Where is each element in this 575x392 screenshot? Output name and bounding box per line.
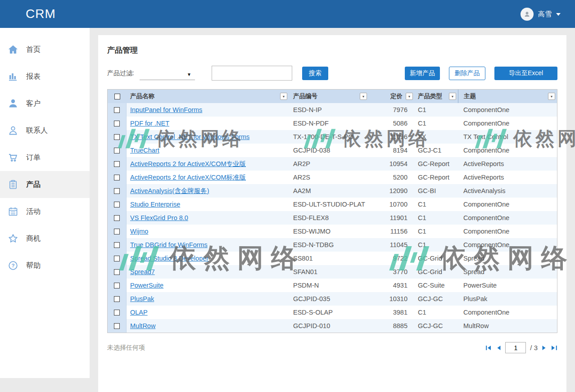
prev-page-button[interactable] (496, 345, 501, 351)
product-type-cell: GCJ-C1 (414, 144, 458, 157)
delete-product-button[interactable]: 删除产品 (449, 67, 485, 80)
product-price-cell: 3981 (369, 306, 414, 319)
product-type-cell: C1 (414, 198, 458, 211)
row-checkbox[interactable] (114, 323, 120, 329)
product-name-cell: Wijmo (127, 225, 289, 238)
table-row: PowerSuitePSDM-N4931GC-SuitePowerSuite (108, 279, 557, 292)
product-name-cell: PowerSuite (127, 279, 289, 292)
user-menu[interactable]: 高雪 (521, 8, 561, 21)
search-input[interactable] (212, 66, 292, 81)
row-checkbox[interactable] (114, 134, 120, 140)
cart-icon (8, 152, 18, 163)
search-button[interactable]: 搜索 (302, 67, 328, 80)
page-number-input[interactable] (505, 342, 526, 353)
customer-icon (8, 98, 18, 109)
product-name-cell: Spread Studio 8 Developer (127, 252, 289, 265)
product-link[interactable]: TX Text Control .NET for Windows Forms (130, 133, 249, 140)
toolbar-actions: 新增产品 删除产品 导出至Excel (405, 67, 557, 80)
first-page-button[interactable] (485, 345, 492, 351)
product-link[interactable]: InputPanel for WinForms (130, 106, 202, 113)
column-label: 定价 (390, 92, 403, 100)
product-price-cell: 10700 (369, 198, 414, 211)
row-checkbox[interactable] (114, 242, 120, 248)
product-type-cell: GC-BI (414, 184, 458, 198)
product-link[interactable]: MultRow (130, 322, 155, 329)
product-link[interactable]: VS FlexGrid Pro 8.0 (130, 214, 188, 221)
sidebar-item-label: 首页 (26, 45, 41, 54)
sidebar-item-reports[interactable]: 报表 (0, 63, 90, 90)
export-excel-button[interactable]: 导出至Excel (494, 67, 557, 80)
next-page-button[interactable] (542, 345, 547, 351)
product-theme-cell: ActiveReports (458, 171, 557, 184)
sidebar-item-help[interactable]: ?帮助 (0, 252, 90, 279)
sidebar-item-opportunities[interactable]: 商机 (0, 225, 90, 252)
row-checkbox[interactable] (114, 296, 120, 302)
product-name-cell: TrueChart (127, 144, 289, 157)
svg-text:?: ? (11, 263, 14, 268)
product-link[interactable]: PlusPak (130, 295, 154, 302)
table-body: InputPanel for WinFormsESD-N-IP7976C1Com… (108, 103, 557, 333)
product-code-cell: ESD-WIJMO (289, 225, 369, 238)
row-checkbox[interactable] (114, 148, 120, 153)
user-name: 高雪 (538, 10, 552, 18)
filter-dropdown-icon[interactable]: ▼ (449, 93, 456, 100)
product-link[interactable]: Spread Studio 8 Developer (130, 255, 208, 262)
table-row: Studio EnterpriseESD-ULT-STUDIO-PLAT1070… (108, 198, 557, 211)
table-footer: 未选择任何项 / 3 (107, 342, 557, 353)
row-checkbox[interactable] (114, 107, 120, 113)
select-all-checkbox[interactable] (114, 94, 120, 99)
row-checkbox[interactable] (114, 256, 120, 261)
product-price-cell: 4931 (369, 279, 414, 292)
sidebar-item-customers[interactable]: 客户 (0, 90, 90, 117)
column-label: 产品类型 (418, 92, 442, 100)
product-link[interactable]: PowerSuite (130, 282, 163, 289)
product-link[interactable]: ActiveReports 2 for ActiveX/COM专业版 (130, 160, 246, 168)
last-page-icon (551, 345, 557, 351)
row-checkbox-cell (108, 292, 127, 306)
row-checkbox[interactable] (114, 188, 120, 194)
sidebar-item-products[interactable]: 产品 (0, 171, 90, 198)
product-link[interactable]: OLAP (130, 309, 148, 316)
app-logo: CRM (26, 7, 56, 21)
sidebar-item-home[interactable]: 首页 (0, 36, 90, 63)
product-name-cell: VS FlexGrid Pro 8.0 (127, 211, 289, 225)
table-row: PlusPakGCJPID-03510310GCJ-GCPlusPak (108, 292, 557, 306)
filter-dropdown-icon[interactable]: ▼ (360, 93, 367, 100)
sidebar-item-label: 产品 (26, 180, 41, 189)
row-checkbox[interactable] (114, 269, 120, 275)
row-checkbox[interactable] (114, 215, 120, 221)
row-checkbox[interactable] (114, 121, 120, 126)
table-row: Spread7SFAN013770GC-GridSpread (108, 265, 557, 279)
table-row: True DBGrid for WinFormsESD-N-TDBG11045C… (108, 238, 557, 252)
product-link[interactable]: PDF for .NET (130, 120, 169, 127)
row-checkbox[interactable] (114, 175, 120, 180)
row-checkbox[interactable] (114, 310, 120, 315)
pagination: / 3 (485, 342, 557, 353)
row-checkbox[interactable] (114, 161, 120, 167)
product-price-cell: 11096 (369, 130, 414, 144)
filter-dropdown-icon[interactable]: ▼ (280, 93, 287, 100)
product-link[interactable]: ActiveReports 2 for ActiveX/COM标准版 (130, 173, 246, 182)
row-checkbox[interactable] (114, 229, 120, 234)
product-link[interactable]: Studio Enterprise (130, 201, 180, 208)
row-checkbox[interactable] (114, 283, 120, 288)
product-link[interactable]: TrueChart (130, 147, 159, 154)
sidebar-item-orders[interactable]: 订单 (0, 144, 90, 171)
product-link[interactable]: Spread7 (130, 268, 155, 275)
last-page-button[interactable] (551, 345, 557, 351)
product-filter-select[interactable]: ▼ (140, 67, 195, 80)
add-product-button[interactable]: 新增产品 (405, 67, 440, 80)
product-link[interactable]: Wijmo (130, 228, 148, 235)
product-link[interactable]: True DBGrid for WinForms (130, 241, 208, 248)
sidebar-item-activities[interactable]: 活动 (0, 198, 90, 225)
table-row: OLAPESD-S-OLAP3981C1ComponentOne (108, 306, 557, 319)
row-checkbox-cell (108, 225, 127, 238)
product-code-cell: AA2M (289, 184, 369, 198)
filter-dropdown-icon[interactable]: ▼ (548, 93, 555, 100)
table-row: TX Text Control .NET for Windows FormsTX… (108, 130, 557, 144)
product-link[interactable]: ActiveAnalysis(含金牌服务) (130, 187, 209, 195)
filter-dropdown-icon[interactable]: ▼ (406, 93, 413, 100)
product-price-cell: 10310 (369, 292, 414, 306)
row-checkbox[interactable] (114, 202, 120, 207)
sidebar-item-contacts[interactable]: 联系人 (0, 117, 90, 144)
